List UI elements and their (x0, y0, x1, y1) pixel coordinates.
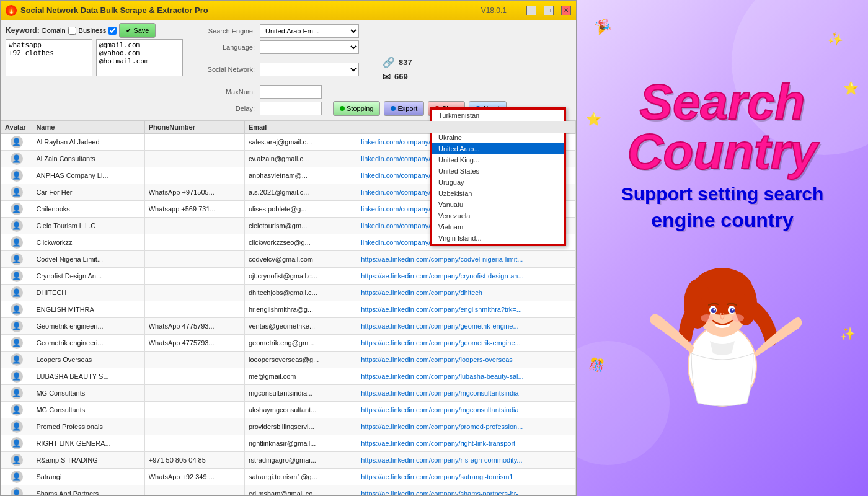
cell-email: cielotourism@gm... (244, 218, 356, 234)
cell-phone (144, 435, 244, 452)
cell-phone (144, 418, 244, 435)
business-checkbox[interactable] (108, 27, 117, 35)
cell-phone: WhatsApp 4775793... (144, 335, 244, 352)
svg-point-9 (714, 308, 715, 310)
stopping-dot (340, 106, 345, 111)
maximize-button[interactable]: □ (544, 6, 554, 16)
app-window: 🔥 Social Network Data Bulk Scrape & Extr… (0, 0, 577, 496)
table-row[interactable]: 👤DHITECHdhitechjobs@gmail.c...https://ae… (1, 285, 576, 301)
cell-url: https://ae.linkedin.com/company/crynofis… (357, 268, 576, 285)
social-network-label: Social Network: (193, 66, 255, 73)
domain-checkbox[interactable] (68, 27, 76, 35)
table-row[interactable]: 👤Crynofist Design An...ojt.crynofist@gma… (1, 268, 576, 285)
business-label: Business (79, 27, 107, 34)
table-row[interactable]: 👤Car For HerWhatsApp +971505...a.s.2021@… (1, 184, 576, 201)
cell-email: me@gmail.com (244, 368, 356, 385)
cell-name: Car For Her (32, 184, 144, 201)
table-row[interactable]: 👤Geometrik engineeri...WhatsApp 4775793.… (1, 318, 576, 335)
table-row[interactable]: 👤Shams And Partnersed.msham@gmail.co...h… (1, 485, 576, 496)
deco-5: ⭐ (843, 81, 859, 95)
cell-name: Promed Professionals (32, 418, 144, 435)
table-row[interactable]: 👤MG Consultantsakshaymgconsultant...http… (1, 402, 576, 418)
domain-input[interactable]: @gmail.com @yahoo.com @hotmail.com (96, 39, 183, 76)
stopping-button[interactable]: Stopping (333, 101, 380, 116)
col-url (357, 121, 576, 134)
avatar: 👤 (11, 437, 23, 450)
version-text: V18.0.1 (481, 6, 507, 15)
cell-name: Loopers Overseas (32, 352, 144, 368)
cell-email: ulises.poblete@g... (244, 201, 356, 218)
avatar: 👤 (11, 320, 23, 332)
cell-phone (144, 234, 244, 251)
table-row[interactable]: 👤Clickworkzzclickworkzzseo@g...linkedin.… (1, 234, 576, 251)
export-button[interactable]: Export (384, 101, 424, 116)
maxnum-input[interactable] (260, 85, 322, 99)
table-row[interactable]: 👤Geometrik engineeri...WhatsApp 4775793.… (1, 335, 576, 352)
close-button[interactable]: ✕ (561, 6, 571, 16)
table-row[interactable]: 👤LUBASHA BEAUTY S...me@gmail.comhttps://… (1, 368, 576, 385)
search-engine-select[interactable]: United Arab Em... (260, 24, 359, 38)
avatar: 👤 (11, 404, 23, 416)
deco-6: ✨ (840, 326, 856, 341)
table-row[interactable]: 👤Codvel Nigeria Limit...codvelcv@gmail.c… (1, 251, 576, 268)
cell-email: rightlinknasir@gmail... (244, 435, 356, 452)
cell-phone (144, 268, 244, 285)
cell-name: MG Consultants (32, 385, 144, 402)
cell-url: https://ae.linkedin.com/company/mgconsul… (357, 402, 576, 418)
cell-url: linkedin.com/company/al-zain-consultants (357, 151, 576, 167)
title-bar: 🔥 Social Network Data Bulk Scrape & Extr… (1, 1, 576, 20)
app-title: Social Network Data Bulk Scrape & Extrac… (20, 6, 208, 15)
table-row[interactable]: 👤Promed Professionalsprovidersbillingser… (1, 418, 576, 435)
cell-url: linkedin.com/company/anphasvietnam (357, 167, 576, 184)
cell-phone (144, 167, 244, 184)
clear-button[interactable]: Clear (428, 101, 464, 116)
minimize-button[interactable]: — (526, 6, 536, 16)
cell-email: ed.msham@gmail.co... (244, 485, 356, 496)
table-row[interactable]: 👤Loopers Overseaslooopersoverseas@g...ht… (1, 352, 576, 368)
avatar: 👤 (11, 169, 23, 182)
deco-1: 🎉 (593, 16, 613, 35)
keyword-label: Keyword: (6, 26, 40, 35)
avatar: 👤 (11, 370, 23, 383)
avatar: 👤 (11, 136, 23, 148)
counter-links-val: 837 (399, 58, 412, 67)
cell-phone: Whatsapp +569 731... (144, 201, 244, 218)
about-dot (476, 106, 480, 111)
cell-phone (144, 218, 244, 234)
cell-email: hr.englishmithra@g... (244, 301, 356, 318)
cell-phone (144, 151, 244, 167)
cell-name: Al Rayhan Al Jadeed (32, 134, 144, 151)
cell-phone: WhatsApp +92 349 ... (144, 469, 244, 485)
social-network-select[interactable] (260, 63, 359, 76)
search-engine-row: Search Engine: United Arab Em... (193, 24, 571, 38)
cell-email: looopersoverseas@g... (244, 352, 356, 368)
table-row[interactable]: 👤ANPHAS Company Li...anphasvietnam@...li… (1, 167, 576, 184)
cell-name: Geometrik engineeri... (32, 318, 144, 335)
language-select[interactable] (260, 40, 359, 54)
table-row[interactable]: 👤Al Zain Consultantscv.alzain@gmail.c...… (1, 151, 576, 167)
save-button[interactable]: ✔ Save (119, 23, 156, 38)
table-row[interactable]: 👤ChilenooksWhatsapp +569 731...ulises.po… (1, 201, 576, 218)
delay-input[interactable] (260, 102, 322, 115)
cell-phone (144, 368, 244, 385)
about-button[interactable]: About (469, 101, 507, 116)
table-row[interactable]: 👤ENGLISH MITHRAhr.englishmithra@g...http… (1, 301, 576, 318)
table-row[interactable]: 👤SatrangiWhatsApp +92 349 ...satrangi.to… (1, 469, 576, 485)
avatar: 👤 (11, 186, 23, 198)
table-row[interactable]: 👤MG Consultantsmgconsultantsindia...http… (1, 385, 576, 402)
social-network-row: Social Network: 🔗 837 ✉ 669 (193, 56, 571, 82)
data-table-area: Avatar Name PhoneNumber Email 👤Al Rayhan… (1, 120, 576, 495)
promo-title2: Country (627, 127, 818, 177)
avatar: 👤 (11, 471, 23, 483)
cell-name: Crynofist Design An... (32, 268, 144, 285)
cell-name: Shams And Partners (32, 485, 144, 496)
table-row[interactable]: 👤R&amp;S TRADING+971 50 805 04 85rstradi… (1, 452, 576, 469)
cell-url: https://ae.linkedin.com/company/lubasha-… (357, 368, 576, 385)
avatar: 👤 (11, 203, 23, 215)
table-row[interactable]: 👤RIGHT LINK GENERA...rightlinknasir@gmai… (1, 435, 576, 452)
table-row[interactable]: 👤Cielo Tourism L.L.Ccielotourism@gm...li… (1, 218, 576, 234)
cell-phone: WhatsApp +971505... (144, 184, 244, 201)
table-row[interactable]: 👤Al Rayhan Al Jadeedsales.araj@gmail.c..… (1, 134, 576, 151)
cell-url: https://ae.linkedin.com/company/promed-p… (357, 418, 576, 435)
keyword-input[interactable]: whatsapp +92 clothes (6, 39, 92, 76)
